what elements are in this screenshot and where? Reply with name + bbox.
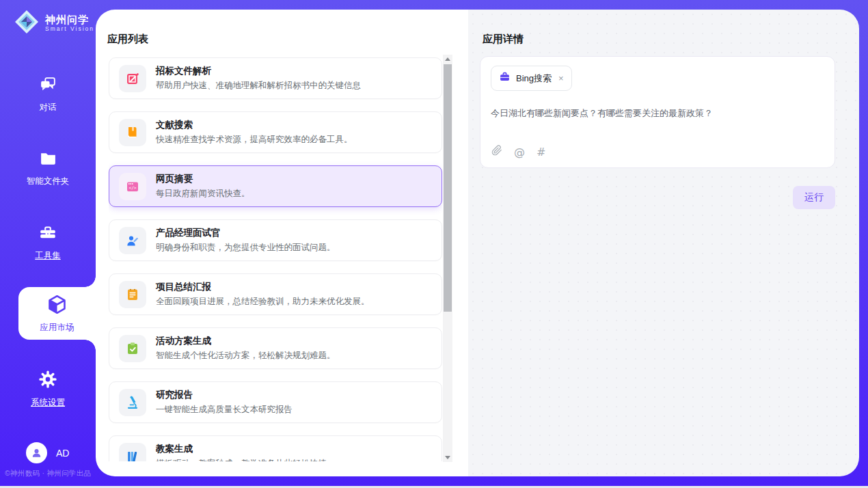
tool-chip-label: Bing搜索: [516, 72, 552, 85]
clipboard-check-icon: [119, 335, 146, 362]
app-card-desc: 全面回顾项目进展，总结经验教训，助力未来优化发展。: [156, 296, 370, 308]
user-row[interactable]: AD: [26, 442, 69, 463]
app-card-desc: 明确身份和职责，为您提供专业性的面试问题。: [156, 242, 336, 254]
scroll-up-icon[interactable]: [445, 57, 450, 61]
toolbox-icon: [38, 223, 57, 244]
brand-logo: 神州问学 Smart Vision: [14, 9, 94, 38]
app-card-desc: 帮助用户快速、准确地理解和解析招标书中的关键信息: [156, 80, 361, 92]
sidebar: 神州问学 Smart Vision 对话智能文件夹工具集应用市场系统设置 AD …: [0, 0, 96, 486]
books-icon: [119, 443, 146, 462]
user-initials: AD: [56, 448, 69, 459]
browser-icon: </>: [119, 173, 146, 200]
app-card-7[interactable]: 教案生成模板驱动，教案秒成，教学准备从此轻松快捷: [109, 435, 442, 461]
sidebar-item-2[interactable]: 工具集: [0, 223, 96, 262]
svg-text:</>: </>: [128, 185, 136, 190]
query-text[interactable]: 今日湖北有哪些新闻要点？有哪些需要关注的最新政策？: [491, 107, 824, 120]
app-card-6[interactable]: 研究报告一键智能生成高质量长文本研究报告: [109, 381, 442, 423]
app-list-title: 应用列表: [107, 33, 148, 46]
sidebar-item-0[interactable]: 对话: [0, 75, 96, 113]
composer-toolbar: @ #: [491, 145, 545, 159]
app-card-3[interactable]: 产品经理面试官明确身份和职责，为您提供专业性的面试问题。: [109, 219, 442, 261]
app-card-desc: 快速精准查找学术资源，提高研究效率的必备工具。: [156, 134, 353, 146]
sidebar-item-label: 应用市场: [40, 322, 74, 334]
cube-icon: [46, 294, 68, 317]
app-card-title: 招标文件解析: [156, 65, 361, 77]
paperclip-icon[interactable]: [491, 145, 502, 159]
brand-name: 神州问学: [45, 14, 94, 25]
scrollbar-thumb[interactable]: [444, 64, 452, 312]
gear-icon: [38, 370, 57, 391]
app-card-5[interactable]: 活动方案生成智能生成个性化活动方案，轻松解决规划难题。: [109, 327, 442, 369]
sidebar-item-label: 对话: [40, 102, 57, 113]
at-icon[interactable]: @: [514, 146, 525, 159]
briefcase-icon: [499, 71, 511, 85]
prompt-card: Bing搜索 × 今日湖北有哪些新闻要点？有哪些需要关注的最新政策？ @ #: [480, 56, 835, 168]
report-note-icon: [119, 281, 146, 308]
app-card-title: 活动方案生成: [156, 335, 336, 347]
edit-doc-icon: [119, 65, 146, 92]
scroll-down-icon[interactable]: [445, 456, 450, 459]
sidebar-item-1[interactable]: 智能文件夹: [0, 149, 96, 187]
app-card-1[interactable]: 文献搜索快速精准查找学术资源，提高研究效率的必备工具。: [109, 111, 442, 153]
app-card-title: 教案生成: [156, 443, 327, 455]
app-card-2[interactable]: </>网页摘要每日政府新闻资讯快查。: [109, 165, 442, 207]
app-card-list: 招标文件解析帮助用户快速、准确地理解和解析招标书中的关键信息文献搜索快速精准查找…: [109, 57, 442, 461]
folder-icon: [39, 149, 57, 170]
app-list-panel: 应用列表 招标文件解析帮助用户快速、准确地理解和解析招标书中的关键信息文献搜索快…: [96, 10, 468, 476]
person-icon: [30, 446, 43, 459]
app-card-title: 项目总结汇报: [156, 281, 370, 293]
app-card-desc: 每日政府新闻资讯快查。: [156, 188, 250, 200]
sidebar-footer-text: ©神州数码 · 神州问学出品: [5, 469, 96, 478]
app-card-4[interactable]: 项目总结汇报全面回顾项目进展，总结经验教训，助力未来优化发展。: [109, 273, 442, 315]
brand-diamond-icon: [14, 9, 40, 38]
run-button[interactable]: 运行: [793, 186, 835, 209]
app-detail-title: 应用详情: [483, 33, 524, 46]
avatar[interactable]: [26, 442, 47, 463]
app-card-title: 研究报告: [156, 389, 293, 401]
hash-icon[interactable]: #: [537, 146, 545, 159]
app-card-title: 网页摘要: [156, 173, 250, 185]
app-card-title: 产品经理面试官: [156, 227, 336, 239]
book-icon: [119, 119, 146, 146]
sidebar-item-label: 智能文件夹: [27, 176, 70, 187]
tool-chip-bing-search[interactable]: Bing搜索 ×: [491, 66, 572, 91]
app-detail-panel: 应用详情 Bing搜索 × 今日湖北有哪些新闻要点？有哪些需要关注的最新政策？ …: [468, 10, 859, 476]
app-card-0[interactable]: 招标文件解析帮助用户快速、准确地理解和解析招标书中的关键信息: [109, 57, 442, 99]
chat-icon: [39, 75, 57, 96]
brand-subtitle: Smart Vision: [45, 26, 94, 33]
microscope-icon: [119, 389, 146, 416]
app-card-desc: 一键智能生成高质量长文本研究报告: [156, 404, 293, 416]
interviewer-icon: [119, 227, 146, 254]
app-card-desc: 模板驱动，教案秒成，教学准备从此轻松快捷: [156, 458, 327, 461]
sidebar-item-label: 工具集: [35, 250, 61, 262]
sidebar-item-label: 系统设置: [31, 397, 65, 409]
scrollbar[interactable]: [443, 55, 452, 462]
app-card-title: 文献搜索: [156, 119, 353, 131]
app-card-desc: 智能生成个性化活动方案，轻松解决规划难题。: [156, 350, 336, 362]
sidebar-item-3[interactable]: 应用市场: [18, 287, 96, 340]
chip-close-icon[interactable]: ×: [558, 73, 564, 83]
sidebar-item-4[interactable]: 系统设置: [0, 370, 96, 409]
